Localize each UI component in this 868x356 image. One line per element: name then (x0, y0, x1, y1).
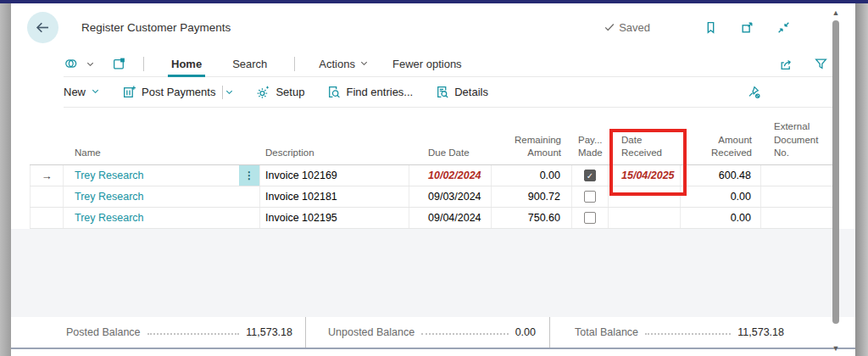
external-doc-no-cell[interactable] (761, 186, 835, 207)
dotted-leader (421, 326, 509, 335)
unpin-icon[interactable] (747, 85, 761, 99)
posted-balance: Posted Balance 11,573.18 (11, 317, 305, 348)
dialog-right-edge (855, 3, 868, 356)
action-toolbar: New Post Payments Setup (64, 77, 838, 108)
pay-made-cell (572, 186, 609, 207)
table-header-row: Name Description Due Date Remaining Amou… (30, 120, 835, 165)
payments-table: Name Description Due Date Remaining Amou… (30, 120, 835, 229)
pages-icon[interactable] (64, 57, 81, 70)
bookmark-icon[interactable] (704, 20, 718, 35)
page-title: Register Customer Payments (81, 21, 231, 34)
date-received-cell[interactable]: 15/04/2025 (609, 165, 681, 186)
tab-search[interactable]: Search (229, 51, 270, 77)
amount-received-cell[interactable]: 0.00 (681, 186, 761, 207)
description-cell[interactable]: Invoice 102169 (260, 165, 409, 186)
new-label: New (64, 86, 86, 98)
actions-menu[interactable]: Actions (319, 58, 369, 70)
pay-made-cell (572, 165, 609, 186)
tab-home-label: Home (171, 58, 202, 70)
row-selector-cell: → (30, 165, 64, 186)
customer-link[interactable]: Trey Research (75, 212, 144, 224)
remaining-amount-cell[interactable]: 0.00 (492, 165, 572, 186)
tab-home[interactable]: Home (168, 51, 205, 77)
filter-icon[interactable] (814, 57, 828, 71)
share-icon[interactable] (779, 57, 793, 71)
pay-made-checkbox[interactable] (584, 212, 596, 224)
col-header-remaining-amount[interactable]: Remaining Amount (492, 134, 572, 164)
total-balance-label: Total Balance (575, 326, 638, 338)
details-button[interactable]: Details (435, 85, 488, 99)
pay-made-checkbox[interactable] (584, 170, 596, 181)
new-button[interactable]: New (64, 86, 100, 98)
col-header-due-date[interactable]: Due Date (409, 147, 492, 164)
col-header-selector (30, 160, 64, 164)
customer-link[interactable]: Trey Research (75, 191, 144, 203)
due-date-cell[interactable]: 09/03/2024 (409, 186, 492, 207)
dialog-left-edge (0, 3, 11, 356)
total-balance: Total Balance 11,573.18 (549, 317, 855, 348)
find-entries-label: Find entries... (346, 86, 413, 98)
external-doc-no-cell[interactable] (761, 165, 835, 186)
pay-made-checkbox[interactable] (584, 191, 596, 203)
remaining-amount-cell[interactable]: 750.60 (492, 208, 572, 228)
empty-area (11, 229, 855, 317)
new-chevron-icon (91, 86, 100, 98)
setup-button[interactable]: Setup (256, 85, 304, 99)
col-header-pay-made[interactable]: Pay... Made (572, 134, 609, 164)
actions-label: Actions (319, 58, 355, 70)
scroll-up-icon[interactable]: ▲ (832, 8, 840, 17)
row-selector-cell (30, 186, 64, 207)
menu-bar: Home Search Actions Fewer options (64, 51, 838, 77)
window-top-border (0, 0, 868, 3)
saved-status: Saved (604, 21, 650, 34)
designer-icon[interactable] (112, 57, 126, 71)
description-cell[interactable]: Invoice 102195 (260, 208, 409, 228)
col-header-description[interactable]: Description (260, 147, 409, 164)
pages-chevron-icon[interactable] (86, 59, 95, 69)
amount-received-cell[interactable]: 600.48 (681, 165, 761, 186)
row-selector-cell (30, 208, 64, 228)
post-payments-icon (122, 85, 136, 99)
col-header-date-received[interactable]: Date Received (609, 134, 681, 164)
row-ellipsis-button[interactable]: ⋮ (239, 165, 259, 186)
details-label: Details (454, 86, 488, 98)
find-entries-button[interactable]: Find entries... (326, 85, 413, 99)
due-date-cell[interactable]: 10/02/2024 (409, 165, 492, 186)
overdue-date: 10/02/2024 (428, 170, 481, 181)
name-cell[interactable]: Trey Research ⋮ (64, 165, 260, 186)
amount-received-cell[interactable]: 0.00 (681, 208, 761, 228)
external-doc-no-cell[interactable] (761, 208, 835, 228)
scroll-down-icon[interactable]: ▼ (832, 344, 840, 353)
due-date-cell[interactable]: 09/04/2024 (409, 208, 492, 228)
post-payments-button[interactable]: Post Payments (122, 85, 215, 99)
name-cell[interactable]: Trey Research (64, 208, 260, 228)
scrollbar-thumb[interactable] (832, 20, 839, 324)
fewer-options[interactable]: Fewer options (392, 58, 462, 70)
dotted-leader (645, 326, 731, 335)
customer-link[interactable]: Trey Research (75, 170, 144, 181)
posted-balance-value: 11,573.18 (246, 326, 292, 338)
col-header-external-doc-no[interactable]: External Document No. (761, 120, 835, 164)
vertical-scrollbar[interactable]: ▲ ▼ (831, 8, 841, 353)
back-button[interactable] (27, 12, 58, 43)
unposted-balance-value: 0.00 (515, 326, 536, 338)
date-received-cell[interactable] (609, 208, 681, 228)
fewer-options-label: Fewer options (392, 58, 462, 70)
posted-balance-label: Posted Balance (66, 326, 141, 338)
unposted-balance-label: Unposted Balance (328, 326, 415, 338)
post-payments-split-chevron[interactable] (225, 87, 234, 97)
open-in-new-window-icon[interactable] (740, 20, 754, 35)
col-header-amount-received[interactable]: Amount Received (681, 134, 761, 164)
collapse-window-icon[interactable] (776, 20, 791, 35)
saved-label: Saved (619, 21, 650, 34)
col-header-name[interactable]: Name (64, 147, 260, 164)
total-balance-value: 11,573.18 (737, 326, 784, 338)
actions-chevron-icon (359, 58, 369, 70)
date-received-cell[interactable] (609, 186, 681, 207)
remaining-amount-cell[interactable]: 900.72 (492, 186, 572, 207)
table-row: Trey Research Invoice 102195 09/04/2024 … (30, 208, 835, 229)
setup-gear-icon (256, 85, 270, 99)
totals-footer: Posted Balance 11,573.18 Unposted Balanc… (11, 317, 855, 349)
description-cell[interactable]: Invoice 102181 (260, 186, 409, 207)
name-cell[interactable]: Trey Research (64, 186, 260, 207)
